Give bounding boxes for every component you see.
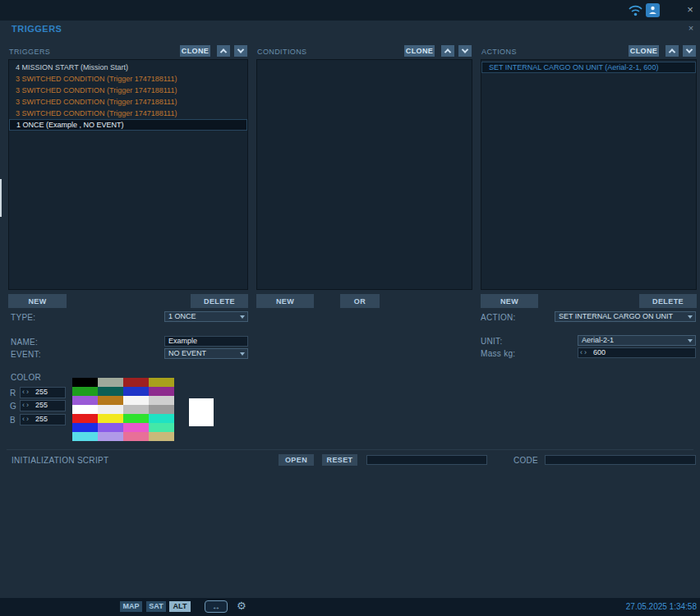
code-input[interactable] bbox=[545, 455, 696, 465]
color-swatch[interactable] bbox=[98, 378, 123, 387]
blue-label: B bbox=[10, 416, 16, 425]
color-swatch[interactable] bbox=[123, 405, 149, 414]
unit-label: UNIT: bbox=[481, 337, 503, 346]
chevron-down-icon bbox=[240, 352, 245, 356]
name-input[interactable]: Example bbox=[164, 336, 248, 347]
top-strip: × bbox=[0, 0, 700, 21]
color-swatch[interactable] bbox=[98, 405, 123, 414]
green-value: 255 bbox=[35, 401, 48, 410]
color-swatch[interactable] bbox=[98, 423, 123, 432]
color-swatch[interactable] bbox=[149, 432, 174, 441]
bottom-bar: MAP SAT ALT ↔ ⚙ 27.05.2025 1:34:58 bbox=[0, 598, 700, 616]
action-dropdown[interactable]: SET INTERNAL CARGO ON UNIT bbox=[555, 311, 696, 322]
chevron-down-icon bbox=[688, 315, 693, 319]
list-item[interactable]: 1 ONCE (Example , NO EVENT) bbox=[9, 119, 247, 131]
window-close-icon[interactable]: × bbox=[684, 2, 697, 17]
color-swatch[interactable] bbox=[123, 378, 149, 387]
sat-button[interactable]: SAT bbox=[146, 601, 166, 612]
open-button[interactable]: OPEN bbox=[279, 454, 314, 466]
color-swatch[interactable] bbox=[72, 432, 98, 441]
conditions-or-button[interactable]: OR bbox=[340, 294, 380, 308]
color-swatch[interactable] bbox=[123, 414, 149, 423]
unit-dropdown[interactable]: Aerial-2-1 bbox=[578, 335, 696, 346]
actions-sort-down-icon[interactable] bbox=[683, 45, 696, 57]
conditions-clone-button[interactable]: CLONE bbox=[404, 45, 435, 57]
color-swatch[interactable] bbox=[123, 432, 149, 441]
color-swatch[interactable] bbox=[149, 405, 174, 414]
resize-handle[interactable] bbox=[0, 179, 2, 217]
reset-button[interactable]: RESET bbox=[322, 454, 357, 466]
mass-label: Mass kg: bbox=[481, 349, 515, 358]
list-item[interactable]: 3 SWITCHED CONDITION (Trigger 1747188111… bbox=[9, 96, 247, 108]
map-button[interactable]: MAP bbox=[120, 601, 142, 612]
color-swatch[interactable] bbox=[72, 423, 98, 432]
mass-stepper[interactable]: 600 bbox=[578, 347, 696, 358]
conditions-list[interactable] bbox=[256, 59, 472, 290]
color-swatch[interactable] bbox=[123, 423, 149, 432]
color-swatch[interactable] bbox=[72, 396, 98, 405]
color-swatch[interactable] bbox=[98, 396, 123, 405]
type-value: 1 ONCE bbox=[168, 312, 196, 320]
dialog-close-icon[interactable]: × bbox=[686, 23, 696, 33]
triggers-sort-down-icon[interactable] bbox=[234, 45, 247, 57]
triggers-clone-button[interactable]: CLONE bbox=[180, 45, 210, 57]
actions-list[interactable]: SET INTERNAL CARGO ON UNIT (Aerial-2-1, … bbox=[481, 59, 697, 290]
pan-toggle-icon[interactable]: ↔ bbox=[205, 600, 228, 613]
red-stepper[interactable]: 255 bbox=[20, 387, 66, 398]
event-dropdown[interactable]: NO EVENT bbox=[164, 348, 248, 359]
color-preview bbox=[189, 398, 214, 426]
wifi-icon[interactable] bbox=[628, 2, 643, 18]
stepper-arrows-icon[interactable] bbox=[22, 388, 30, 397]
conditions-sort-up-icon[interactable] bbox=[441, 45, 454, 57]
actions-sort-up-icon[interactable] bbox=[665, 45, 679, 57]
type-label: TYPE: bbox=[11, 313, 35, 322]
actions-delete-button[interactable]: DELETE bbox=[639, 294, 697, 308]
stepper-arrows-icon[interactable] bbox=[22, 415, 30, 424]
list-item[interactable]: 3 SWITCHED CONDITION (Trigger 1747188111… bbox=[9, 108, 247, 119]
red-label: R bbox=[10, 388, 16, 398]
triggers-sort-up-icon[interactable] bbox=[217, 45, 230, 57]
actions-new-button[interactable]: NEW bbox=[481, 294, 538, 308]
triggers-delete-button[interactable]: DELETE bbox=[191, 294, 248, 308]
color-swatch[interactable] bbox=[123, 387, 149, 396]
triggers-editor: × TRIGGERS × TRIGGERS CLONE CONDITIONS C… bbox=[0, 0, 700, 616]
color-swatch[interactable] bbox=[149, 396, 174, 405]
list-item[interactable]: SET INTERNAL CARGO ON UNIT (Aerial-2-1, … bbox=[481, 62, 696, 73]
color-swatch[interactable] bbox=[149, 414, 174, 423]
event-value: NO EVENT bbox=[168, 349, 206, 357]
init-script-input[interactable] bbox=[366, 455, 487, 465]
color-swatch[interactable] bbox=[72, 387, 98, 396]
mass-value: 600 bbox=[593, 348, 606, 357]
triggers-list[interactable]: 4 MISSION START (Mission Start)3 SWITCHE… bbox=[8, 59, 248, 290]
actions-clone-button[interactable]: CLONE bbox=[629, 45, 659, 57]
color-swatch[interactable] bbox=[98, 414, 123, 423]
color-swatch[interactable] bbox=[72, 405, 98, 414]
blue-stepper[interactable]: 255 bbox=[20, 414, 66, 425]
color-swatch[interactable] bbox=[123, 396, 149, 405]
list-item[interactable]: 4 MISSION START (Mission Start) bbox=[9, 62, 247, 73]
color-swatch[interactable] bbox=[149, 387, 174, 396]
color-swatch[interactable] bbox=[149, 423, 174, 432]
green-stepper[interactable]: 255 bbox=[20, 400, 66, 411]
alt-button[interactable]: ALT bbox=[169, 601, 191, 612]
init-script-label: INITIALIZATION SCRIPT bbox=[12, 456, 108, 465]
stepper-arrows-icon[interactable] bbox=[22, 401, 30, 410]
conditions-sort-down-icon[interactable] bbox=[458, 45, 472, 57]
color-label: COLOR bbox=[11, 373, 41, 382]
list-item[interactable]: 3 SWITCHED CONDITION (Trigger 1747188111… bbox=[9, 73, 247, 85]
gear-icon[interactable]: ⚙ bbox=[237, 600, 246, 612]
color-swatch[interactable] bbox=[72, 378, 98, 387]
stepper-arrows-icon[interactable] bbox=[580, 348, 588, 357]
triggers-new-button[interactable]: NEW bbox=[8, 294, 67, 308]
event-label: EVENT: bbox=[11, 350, 41, 359]
color-swatch[interactable] bbox=[149, 378, 174, 387]
color-palette[interactable] bbox=[72, 378, 174, 441]
color-swatch[interactable] bbox=[98, 387, 123, 396]
controller-icon[interactable] bbox=[646, 3, 660, 17]
color-swatch[interactable] bbox=[98, 432, 123, 441]
conditions-new-button[interactable]: NEW bbox=[256, 294, 314, 308]
action-value: SET INTERNAL CARGO ON UNIT bbox=[559, 312, 673, 320]
color-swatch[interactable] bbox=[72, 414, 98, 423]
list-item[interactable]: 3 SWITCHED CONDITION (Trigger 1747188111… bbox=[9, 85, 247, 96]
type-dropdown[interactable]: 1 ONCE bbox=[164, 311, 248, 322]
